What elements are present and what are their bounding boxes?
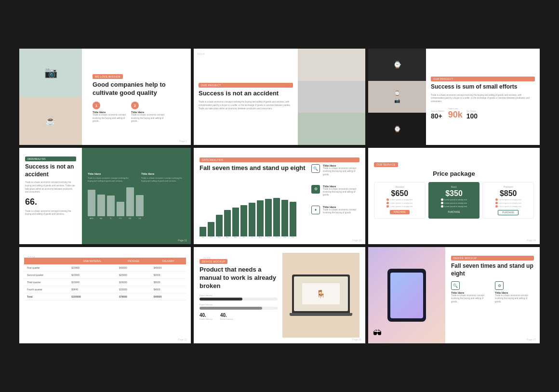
slide5-left: Fall seven times and stand up eight Jan …	[200, 164, 306, 238]
feat-col-2: ⚙ Title Here Trade is a basic economic c…	[495, 281, 534, 303]
table-header: RAW MATERIAL PACKAGE DELIVERY	[24, 258, 186, 264]
slide-1: 📷 ☕ WE LOVE MISSION Good companies help …	[19, 49, 191, 145]
bar-label-5: RE	[129, 217, 132, 220]
slide3-desc: Trade is a basic economic concept involv…	[431, 94, 535, 104]
slide2-badge: OUR PROJECT	[199, 83, 293, 88]
step1-desc: Trade is a basic economic concept involv…	[93, 114, 126, 123]
bar2-8: Aug	[257, 200, 264, 238]
feature-text-1: Title Here Trade is a basic economic con…	[323, 164, 359, 176]
slide3-img3: ⌚	[368, 113, 426, 145]
slide4-col2: Title Here Trade is a basic economic con…	[141, 172, 185, 182]
bar-group-2: ML	[97, 195, 105, 220]
slide5-barchart: Jan Feb Mar Apr May Jun Jul Aug Sep Oct …	[200, 200, 306, 238]
stat1: 40. Export Industry	[200, 313, 213, 320]
bar2-1: Jan	[200, 227, 206, 238]
feature-row-gear: ⚙ Title Here Trade is a basic economic c…	[311, 185, 359, 197]
bar2-11: Nov	[281, 200, 288, 238]
slide2-img3	[298, 113, 365, 145]
slide8-progress: Export Industry Export Industry	[200, 294, 278, 310]
slide3-stats: Years in Market 80+ Total in part 90k Ou…	[431, 107, 535, 120]
coffee-icon: ☕	[45, 116, 56, 126]
bar2-9: Sep	[265, 199, 272, 238]
plan2-f1: Lorem ipsum is simply text	[441, 198, 467, 201]
plan2-tier: Basic	[451, 185, 457, 188]
col1-desc: Trade is a basic economic concept involv…	[88, 177, 132, 182]
slide2-content: 0214 OUR PROJECT Success is not an accid…	[194, 49, 298, 145]
bar-5	[126, 187, 134, 216]
slide-7: 0234 RAW MATERIAL PACKAGE DELIVERY First…	[19, 247, 191, 343]
feature-row-diamond: ♦ Title Here Trade is a basic economic c…	[311, 206, 359, 215]
table-row: Fourth quarter$9840$15000$4000	[24, 286, 186, 293]
header-col1: RAW MATERIAL	[68, 258, 116, 264]
header-col3: DELIVERY	[151, 258, 186, 264]
plan2-btn[interactable]: PURCHASE	[444, 210, 464, 214]
slide7-page: Page 11	[178, 338, 187, 341]
bar-group-6: VS	[136, 195, 144, 220]
plan1-tier: Standart	[395, 185, 404, 188]
prog1-bar	[200, 298, 278, 301]
tablet-screen	[390, 273, 423, 318]
stat1-val: 40.	[200, 313, 213, 318]
slide8-badge: DEVICE MOCKUP	[200, 259, 227, 264]
bar2-2: Feb	[208, 222, 214, 238]
stat3-val: 100	[466, 112, 478, 120]
feat2-row: ⚙	[495, 281, 534, 290]
step2-desc: Trade is a basic economic concept involv…	[131, 114, 165, 123]
slide-9: 🕶 0234 DEVICE MOCKUP Fall seven times an…	[368, 247, 540, 343]
bar-group-1: APR	[88, 190, 95, 220]
feature1-desc: Trade is a basic economic concept involv…	[323, 167, 359, 176]
col2-title: Title Here	[141, 172, 185, 175]
plan1-f1: Lorem ipsum is simply text	[386, 198, 413, 201]
price-card-standart: Standart $650 Lorem ipsum is simply text…	[374, 182, 426, 219]
laptop-body: 🪑	[292, 274, 350, 313]
slide9-image: 🕶	[368, 247, 445, 343]
slide2-desc: Trade is a basic economic concept involv…	[199, 101, 293, 110]
slide1-images: 📷 ☕	[19, 49, 82, 145]
prog1-fill	[200, 298, 242, 301]
laptop-screen: 🪑	[294, 276, 348, 311]
slide1-content: WE LOVE MISSION Good companies help to c…	[93, 71, 185, 123]
slide4-barchart: APR ML TL PS RE	[88, 186, 185, 220]
plan3-price: $850	[500, 189, 517, 198]
slide1-page: Page 1	[179, 140, 187, 143]
slide8-right: 🪑	[282, 253, 359, 338]
feat2-icon: ⚙	[495, 281, 504, 290]
plan1-btn[interactable]: PURCHASE	[390, 210, 410, 214]
laptop-base	[290, 313, 352, 316]
slide3-title: Success is sum of small efforts	[431, 83, 535, 91]
plan3-f2: Lorem ipsum is simply text	[495, 202, 521, 204]
plan3-btn[interactable]: PURCHASE	[498, 210, 519, 215]
slide2-images	[298, 49, 365, 145]
slide8-page: Page 15	[352, 338, 361, 341]
slide-8: 0234 DEVICE MOCKUP Product that needs a …	[194, 247, 365, 343]
bar2-4: Apr	[224, 210, 231, 238]
table-body: First quarter$23800$40000$45000 Second q…	[24, 264, 186, 301]
sunglasses-icon: 🕶	[373, 328, 382, 339]
stat2-val: 90k	[448, 110, 463, 120]
table-total-row: Total$100000$79000$40500	[24, 293, 186, 301]
data-table: RAW MATERIAL PACKAGE DELIVERY First quar…	[24, 258, 186, 301]
feature3-desc: Trade is a basic economic concept involv…	[323, 209, 359, 215]
bar2-10: Oct	[273, 198, 280, 238]
bar-label-3: TL	[110, 217, 112, 220]
plan2-price: $350	[445, 189, 463, 198]
prog1-label: Export Industry	[200, 294, 278, 297]
gear-feature-icon: ⚙	[311, 185, 320, 194]
slide5-page: Page 10	[352, 239, 361, 242]
table-row: Second quarter$23840$20000$2000	[24, 272, 186, 279]
prog2-bar	[200, 307, 278, 310]
price-cards: Standart $650 Lorem ipsum is simply text…	[374, 182, 534, 219]
stat1-label: Export Industry	[200, 318, 213, 320]
step1-circle: 1	[93, 102, 100, 109]
feature-text-3: Title Here Trade is a basic economic con…	[323, 206, 359, 215]
stat2: 40. Export Industry	[220, 313, 233, 320]
slide-3: ⌚ ⌚📷 ⌚ 0224 OUR PROJECT Success is sum o…	[368, 49, 540, 145]
slide9-content: 0234 DEVICE MOCKUP Fall seven times and …	[445, 247, 540, 343]
slide4-col1: Title Here Trade is a basic economic con…	[88, 172, 132, 182]
plan1-f3: Lorem ipsum is simply text	[386, 205, 413, 208]
bar-2	[97, 195, 105, 216]
slide-5: 0234 DATA ANALYSIS Fall seven times and …	[194, 148, 365, 244]
col2-desc: Trade is a basic economic concept involv…	[141, 177, 185, 182]
slide2-title: Success is not an accident	[199, 90, 293, 98]
bar-group-4: PS	[117, 202, 124, 220]
